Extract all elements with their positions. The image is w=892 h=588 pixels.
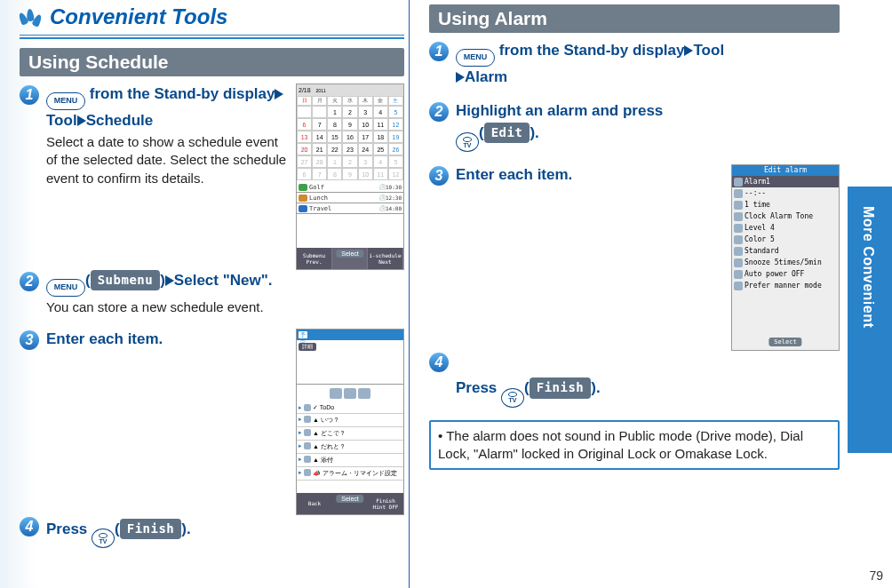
step-number: 2 [429,102,449,122]
scr1-calendar-grid: 1234567891011121314151617181920212223242… [297,106,403,180]
step-number: 1 [429,42,449,61]
section-using-schedule: Using Schedule [20,48,404,76]
step1-text-b: Tool [46,112,77,129]
step-number: 1 [20,85,39,105]
step-number: 2 [20,272,39,291]
scr2-detail-label: 詳細 [299,343,316,351]
alarm-step4-text-b: . [596,379,601,396]
finish-softkey-label: Finish [530,377,592,398]
alarm-note-box: • The alarm does not sound in Public mod… [429,420,840,471]
scr1-softkeys: SubmenuPrev. i-scheduleNext Select [297,248,403,269]
step1-text-a: from the Stand-by display [85,85,275,102]
schedule-step-3: 3 予定 詳細 ▸✓ ToDo▸▲ いつ？▸▲ どこで？▸▲ だれと？▸▲ 添付… [20,329,404,351]
alarm-step3-text: Enter each item. [456,166,572,183]
menu-button-icon: MENU [46,279,85,297]
arrow-icon [275,89,283,99]
step1-text-c: Schedule [86,112,154,129]
alarm-step1-text-c: Alarm [465,68,507,85]
screenshot-edit-alarm: Edit alarm Alarm1--:--1 timeClock Alarm … [731,164,840,351]
step4-text-a: Press [46,520,92,537]
scr3-title: Edit alarm [732,165,839,176]
scr2-softkeys: Back FinishHint OFF Select [297,493,403,514]
scr1-events: Golf🕒10:30Lunch🕒12:30Travel🕒14:00 [297,182,403,214]
scr1-select-softkey: Select [336,250,363,258]
alarm-step-2: 2 Highlight an alarm and press TV( Edit … [429,100,840,152]
step-number: 3 [20,330,39,350]
edit-softkey-label: Edit [484,123,530,143]
alarm-step1-text-b: Tool [693,42,724,59]
arrow-icon [77,115,86,126]
alarm-step4-text-a: Press [456,379,501,396]
scr1-year: 2011 [316,88,326,93]
side-tab-label: More Convenient [860,206,876,328]
alarm-step-4: 4 Press TV(Finish). [429,351,840,408]
step-number: 4 [429,353,449,372]
schedule-step-2: 2 MENU(Submenu)Select "New". You can sto… [20,270,404,316]
scr2-select-softkey: Select [336,495,363,503]
scr1-dow-header: 日 月 火 水 木 金 土 [297,96,403,106]
page-title: Convenient Tools [50,4,227,29]
arrow-icon [165,275,174,286]
screenshot-calendar: 2/18 2011 日 月 火 水 木 金 土 1234567891011121… [296,83,404,270]
title-rule [20,35,404,39]
menu-button-icon: MENU [46,92,85,110]
alarm-step1-text-a: from the Stand-by display [495,42,684,59]
step-number: 4 [20,517,39,536]
alarm-step-3: 3 Edit alarm Alarm1--:--1 timeClock Alar… [429,164,840,187]
screenshot-schedule-edit: 予定 詳細 ▸✓ ToDo▸▲ いつ？▸▲ どこで？▸▲ だれと？▸▲ 添付▸📣… [296,329,404,515]
page-number: 79 [869,568,883,583]
schedule-step-4: 4 Press TV(Finish). [20,515,404,549]
camera-button-icon: TV [92,528,115,548]
scr2-thumbs [297,385,403,402]
leaf-ornament-icon [20,7,43,27]
section-using-alarm: Using Alarm [429,4,840,33]
schedule-step-1: 1 2/18 2011 日 月 火 水 木 金 土 12345678910111… [20,83,404,187]
scr2-option-list: ▸✓ ToDo▸▲ いつ？▸▲ どこで？▸▲ だれと？▸▲ 添付▸📣 アラーム・… [297,402,403,481]
menu-button-icon: MENU [456,49,495,67]
submenu-softkey-label: Submenu [91,270,161,290]
step2-note: You can store a new schedule event. [46,298,404,316]
scr2-tab: 予定 [299,331,307,338]
scr3-select-softkey: Select [769,338,801,346]
scr3-rows: Alarm1--:--1 timeClock Alarm ToneLevel 4… [732,176,839,291]
arrow-icon [684,45,693,56]
camera-button-icon: TV [501,388,524,408]
alarm-step-1: 1 MENU from the Stand-by displayToolAlar… [429,40,840,88]
alarm-step2-text-b: . [535,124,539,141]
scr1-date: 2/18 [299,87,311,93]
finish-softkey-label: Finish [120,519,182,539]
step4-text-b: . [187,520,191,537]
alarm-step2-text-a: Highlight an alarm and press [456,102,663,119]
alarm-note-text: The alarm does not sound in Public mode … [438,428,803,461]
arrow-icon [456,72,465,83]
camera-button-icon: TV [456,132,479,152]
step3-text: Enter each item. [46,330,163,347]
step-number: 3 [429,166,449,186]
step2-text: Select "New". [174,272,273,289]
